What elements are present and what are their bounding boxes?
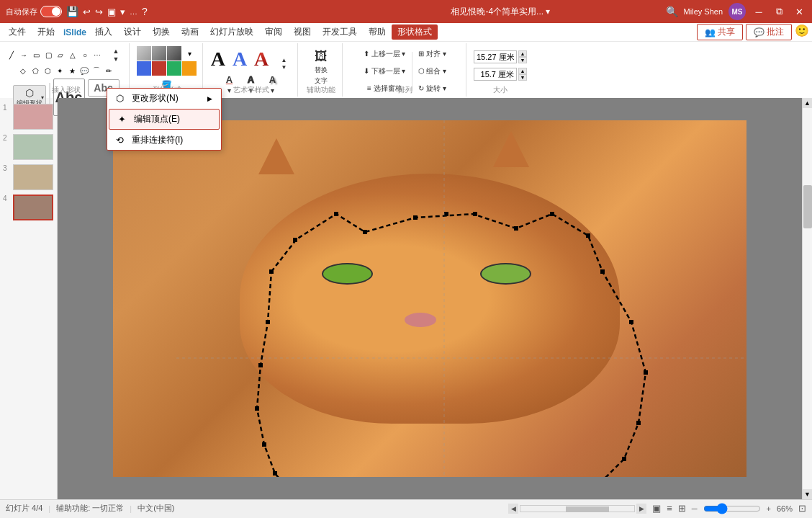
smiley-icon[interactable]: 🙂 <box>795 24 809 40</box>
menu-insert[interactable]: 插入 <box>89 24 118 40</box>
fit-window-button[interactable]: ⊡ <box>798 503 806 514</box>
zoom-in-button[interactable]: + <box>767 504 771 513</box>
shape-up-arrow[interactable]: ▲ <box>106 48 126 55</box>
style-swatch-7[interactable] <box>182 61 197 76</box>
art-text-up[interactable]: ▲ <box>274 57 294 63</box>
scroll-up-button[interactable]: ▲ <box>803 98 813 108</box>
shape-freeform[interactable]: ✏ <box>103 65 114 76</box>
change-shape-label: 更改形状(N) <box>132 92 179 104</box>
scroll-thumb-bottom[interactable] <box>566 506 609 512</box>
shape-line[interactable]: ╱ <box>6 50 17 61</box>
art-text-down[interactable]: ▼ <box>274 64 294 71</box>
more-icon[interactable]: … <box>130 7 137 16</box>
height-down-arrow[interactable]: ▼ <box>518 74 527 81</box>
menu-review[interactable]: 审阅 <box>259 24 288 40</box>
menu-design[interactable]: 设计 <box>118 24 147 40</box>
menu-slideshow[interactable]: 幻灯片放映 <box>204 24 259 40</box>
align-button[interactable]: ⊞ 对齐 ▾ <box>415 46 450 62</box>
style-swatch-more[interactable]: ▾ <box>182 46 197 61</box>
art-text-a2[interactable]: A <box>230 48 250 71</box>
redo-icon[interactable]: ↪ <box>95 6 103 17</box>
cat-face <box>240 174 620 424</box>
view-icon[interactable]: ▣ <box>107 6 116 17</box>
shape-arc[interactable]: ⌒ <box>91 65 102 76</box>
style-swatch-2[interactable] <box>152 46 166 61</box>
thumb-1[interactable]: 1 <box>3 104 54 130</box>
style-swatch-6[interactable] <box>167 61 181 76</box>
menu-transition[interactable]: 切换 <box>147 24 176 40</box>
shape-triangle[interactable]: △ <box>67 50 78 61</box>
minimize-button[interactable]: ─ <box>752 4 766 19</box>
title-bar: 自动保存 💾 ↩ ↪ ▣ ▾ … ? 相见恨晚-4个简单实用... ▾ 🔍 Mi… <box>0 0 812 23</box>
scroll-down-button[interactable]: ▼ <box>803 489 813 499</box>
cat-nose <box>405 313 436 327</box>
shape-round-rect[interactable]: ▢ <box>42 50 54 61</box>
custom-icon[interactable]: ▾ <box>120 6 125 17</box>
shape-arrow-line[interactable]: → <box>18 50 30 61</box>
autosave-toggle[interactable] <box>40 6 62 17</box>
shape-star5[interactable]: ★ <box>66 65 78 76</box>
close-button[interactable]: ✕ <box>792 4 806 19</box>
zoom-out-button[interactable]: ─ <box>692 504 698 513</box>
normal-view-button[interactable]: ▣ <box>652 503 661 514</box>
width-down-arrow[interactable]: ▼ <box>518 57 527 63</box>
dropdown-edit-points[interactable]: ✦ 编辑顶点(E) <box>109 109 220 130</box>
undo-icon[interactable]: ↩ <box>83 6 91 17</box>
share-button[interactable]: 👥 共享 <box>697 24 743 40</box>
slide-sorter-button[interactable]: ⊞ <box>678 503 686 514</box>
height-up-arrow[interactable]: ▲ <box>518 68 527 74</box>
restore-button[interactable]: ⧉ <box>772 4 786 19</box>
shape-hexagon[interactable]: ⬡ <box>42 65 53 76</box>
group-button[interactable]: ⬡ 组合 ▾ <box>415 63 450 79</box>
avatar: MS <box>728 3 746 20</box>
menu-file[interactable]: 文件 <box>3 24 32 40</box>
move-down-button[interactable]: ⬇ 下移一层 ▾ <box>361 63 409 79</box>
shape-rect[interactable]: ▭ <box>30 50 42 61</box>
menu-islide[interactable]: iSlide <box>60 26 89 39</box>
search-icon[interactable]: 🔍 <box>666 6 678 17</box>
save-icon[interactable]: 💾 <box>66 6 78 17</box>
menu-developer[interactable]: 开发工具 <box>317 24 363 40</box>
style-swatch-5[interactable] <box>152 61 166 76</box>
menu-shape-format[interactable]: 形状格式 <box>392 24 438 40</box>
menu-home[interactable]: 开始 <box>32 24 60 40</box>
shape-pentagon[interactable]: ⬠ <box>30 65 41 76</box>
shape-diamond[interactable]: ◇ <box>17 65 29 76</box>
thumb-4[interactable]: 4 <box>3 195 54 220</box>
height-input[interactable] <box>474 68 517 81</box>
width-up-arrow[interactable]: ▲ <box>518 50 527 57</box>
scroll-thumb-right[interactable] <box>803 185 812 228</box>
language-status: 中文(中国) <box>137 503 174 514</box>
help-icon[interactable]: ? <box>142 6 148 17</box>
menu-view[interactable]: 视图 <box>288 24 317 40</box>
shape-parallelogram[interactable]: ▱ <box>55 50 66 61</box>
reconnect-icon: ⟲ <box>116 135 127 146</box>
shape-star4[interactable]: ✦ <box>54 65 66 76</box>
shape-more[interactable]: ⋯ <box>91 50 103 61</box>
art-text-a1[interactable]: A <box>208 48 228 71</box>
comment-button[interactable]: 💬 批注 <box>746 24 792 40</box>
style-swatch-3[interactable] <box>167 46 181 61</box>
width-input[interactable] <box>474 50 517 63</box>
dropdown-change-shape[interactable]: ⬡ 更改形状(N) ▶ <box>107 89 221 108</box>
bottom-scrollbar: ◀ ▶ <box>508 504 646 514</box>
shape-callout[interactable]: 💬 <box>78 65 90 76</box>
dropdown-reconnect[interactable]: ⟲ 重排连接符(I) <box>107 130 221 150</box>
move-up-button[interactable]: ⬆ 上移一层 ▾ <box>361 46 409 62</box>
zoom-slider[interactable] <box>703 504 761 514</box>
rotate-button[interactable]: ↻ 旋转 ▾ <box>415 81 450 97</box>
scroll-left-button[interactable]: ◀ <box>508 504 518 514</box>
menu-animation[interactable]: 动画 <box>176 24 204 40</box>
menu-help[interactable]: 帮助 <box>363 24 392 40</box>
shape-down-arrow[interactable]: ▼ <box>106 55 126 63</box>
style-swatch-1[interactable] <box>137 46 151 61</box>
dropdown-arrow[interactable]: ▾ <box>546 6 550 17</box>
shape-circle[interactable]: ○ <box>79 50 91 61</box>
outline-view-button[interactable]: ≡ <box>667 503 672 514</box>
alt-text-button[interactable]: 🖼 替换 文字 <box>311 48 331 86</box>
thumb-2[interactable]: 2 <box>3 134 54 160</box>
scroll-right-button[interactable]: ▶ <box>636 504 646 514</box>
style-swatch-4[interactable] <box>137 61 151 76</box>
thumb-3[interactable]: 3 <box>3 164 54 190</box>
art-text-a3[interactable]: A <box>251 48 271 71</box>
